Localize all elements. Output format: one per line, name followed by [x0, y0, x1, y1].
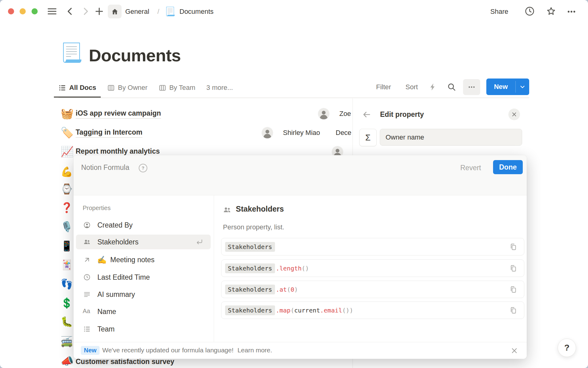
automation-bolt-icon[interactable] — [429, 83, 437, 91]
tab-label: By Team — [169, 84, 195, 92]
row-title[interactable]: Tagging in Intercom — [76, 128, 142, 138]
copy-icon[interactable] — [509, 264, 517, 272]
row-icon[interactable]: 💲 — [61, 298, 73, 308]
new-tab-icon[interactable] — [94, 6, 105, 17]
board-icon — [159, 84, 166, 92]
formula-example-card[interactable]: Stakeholders.length() — [221, 259, 524, 277]
row-icon[interactable]: 👣 — [61, 279, 73, 289]
property-type-button[interactable]: Σ — [359, 129, 377, 146]
forward-nav-icon[interactable] — [80, 6, 91, 17]
page-title[interactable]: Documents — [89, 45, 181, 65]
formula-example-card[interactable]: Stakeholders.at(0) — [221, 281, 524, 298]
property-item-name[interactable]: AaName — [76, 304, 211, 319]
formula-banner: New We've recently updated our formula l… — [74, 342, 527, 359]
breadcrumb-root[interactable]: General — [125, 8, 149, 16]
row-icon[interactable]: 🃏 — [61, 260, 73, 270]
code-token: 0 — [291, 286, 294, 293]
close-panel-button[interactable] — [508, 109, 520, 120]
favorite-star-icon[interactable] — [546, 6, 556, 16]
copy-icon[interactable] — [509, 306, 517, 314]
row-icon[interactable]: 🚎 — [61, 337, 73, 347]
home-icon — [111, 8, 119, 16]
code-token: () — [302, 265, 309, 272]
property-item-meeting-notes[interactable]: ✍️Meeting notes — [76, 252, 211, 267]
titlebar: General / 📃 Documents Share — [0, 0, 588, 23]
row-title[interactable]: Customer satisfaction survey — [76, 358, 174, 366]
row-icon[interactable]: 🎙️ — [61, 222, 73, 232]
row-icon[interactable]: ⌚ — [61, 184, 73, 194]
clock-icon — [83, 274, 91, 281]
property-name-input[interactable] — [380, 129, 522, 146]
row-icon[interactable]: 💪 — [61, 167, 73, 177]
property-label: Meeting notes — [110, 256, 154, 264]
property-item-created-by[interactable]: Created By — [76, 218, 211, 232]
view-tabs: All DocsBy OwnerBy Team3 more... — [54, 79, 238, 98]
tab-3-more-[interactable]: 3 more... — [202, 79, 238, 98]
more-options-icon[interactable] — [567, 7, 576, 17]
back-arrow-icon[interactable] — [362, 110, 371, 119]
tab-by-team[interactable]: By Team — [154, 79, 200, 98]
revert-button[interactable]: Revert — [460, 164, 481, 172]
formula-code: Stakeholders — [225, 242, 276, 252]
property-label: Team — [97, 325, 115, 333]
row-icon[interactable]: 🐛 — [61, 317, 73, 327]
row-icon[interactable]: 📱 — [61, 241, 73, 251]
sidebar-menu-icon[interactable] — [47, 6, 58, 17]
new-dropdown-button[interactable] — [516, 79, 529, 95]
code-token: current — [294, 307, 320, 314]
zoom-window-button[interactable] — [32, 8, 38, 14]
pane-divider — [214, 195, 214, 342]
done-button[interactable]: Done — [493, 160, 523, 174]
list-icon — [83, 325, 91, 333]
property-item-last-edited-time[interactable]: Last Edited Time — [76, 270, 211, 285]
code-token: Stakeholders — [225, 242, 275, 252]
formula-help-icon[interactable]: ? — [139, 164, 147, 172]
sort-button[interactable]: Sort — [405, 83, 418, 91]
home-button[interactable] — [108, 5, 122, 18]
banner-close-icon[interactable] — [511, 347, 518, 354]
formula-example-card[interactable]: Stakeholders.map(current.email()) — [221, 301, 524, 319]
code-token: . — [320, 307, 324, 314]
property-emoji: ✍️ — [97, 256, 107, 264]
arrow-up-right-icon — [83, 256, 91, 263]
breadcrumb-page[interactable]: Documents — [179, 8, 213, 16]
view-options-icon[interactable] — [463, 79, 480, 95]
notion-window: General / 📃 Documents Share 📃 Documents … — [0, 0, 588, 368]
person-name: Zoe — [339, 110, 353, 118]
back-nav-icon[interactable] — [65, 6, 75, 17]
chevron-down-icon — [519, 83, 526, 90]
history-clock-icon[interactable] — [525, 6, 535, 16]
new-button[interactable]: New — [486, 79, 515, 95]
search-icon[interactable] — [447, 82, 456, 91]
avatar — [262, 127, 273, 138]
banner-text: We've recently updated our formula langu… — [102, 347, 234, 354]
property-item-team[interactable]: Team — [76, 322, 211, 336]
people-icon — [223, 206, 231, 214]
property-label: Last Edited Time — [97, 273, 150, 282]
code-token: .map — [276, 307, 291, 314]
detail-subtitle: Person property, list. — [223, 223, 284, 231]
row-icon[interactable]: ❓ — [61, 203, 73, 213]
tab-all-docs[interactable]: All Docs — [54, 79, 101, 98]
formula-editor-title: Notion Formula — [81, 163, 129, 172]
help-button[interactable]: ? — [558, 339, 576, 357]
property-label: Name — [97, 308, 116, 316]
copy-icon[interactable] — [509, 286, 517, 293]
help-glyph: ? — [564, 343, 569, 353]
property-item-ai-summary[interactable]: AI summary — [76, 287, 211, 302]
banner-learn-more-link[interactable]: Learn more. — [237, 347, 272, 354]
property-item-stakeholders[interactable]: Stakeholders — [76, 235, 211, 249]
code-token: ) — [294, 286, 298, 293]
board-icon — [107, 84, 115, 92]
row-title[interactable]: iOS app review campaign — [76, 109, 161, 119]
filter-button[interactable]: Filter — [376, 83, 391, 91]
tab-label: By Owner — [118, 84, 148, 92]
page-icon[interactable]: 📃 — [60, 42, 83, 64]
new-split-button: New — [486, 79, 529, 95]
share-button[interactable]: Share — [490, 8, 508, 16]
copy-icon[interactable] — [509, 243, 517, 251]
tab-by-owner[interactable]: By Owner — [103, 79, 152, 98]
close-window-button[interactable] — [8, 8, 14, 14]
minimize-window-button[interactable] — [20, 8, 26, 14]
formula-example-card[interactable]: Stakeholders — [221, 238, 524, 255]
